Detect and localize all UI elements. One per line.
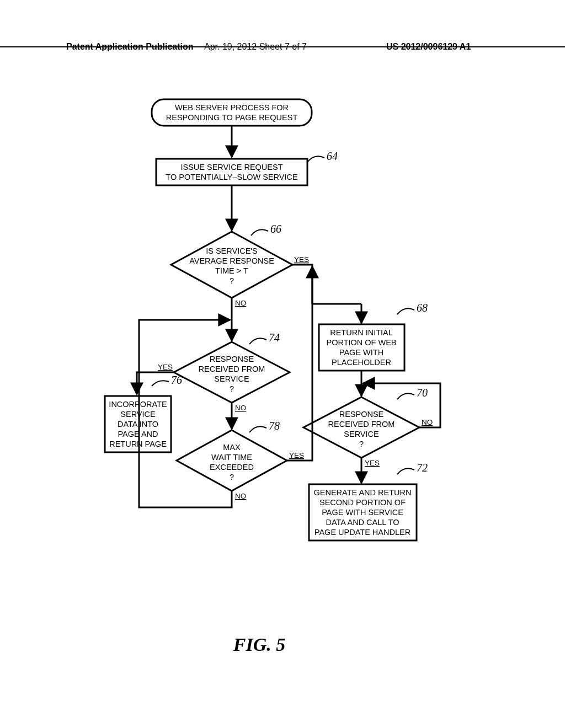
terminator-start: WEB SERVER PROCESS FOR RESPONDING TO PAG… (152, 99, 312, 126)
header-right: US 2012/0096129 A1 (386, 42, 471, 52)
d70-l2: RECEIVED FROM (328, 420, 395, 429)
d78-l4: ? (230, 473, 234, 481)
ref-leader-78 (249, 426, 266, 432)
ref-leader-70 (397, 393, 414, 399)
b76-l4: PAGE AND (118, 430, 158, 438)
diamond-66: IS SERVICE'S AVERAGE RESPONSE TIME > T ? (171, 232, 292, 298)
d70-l1: RESPONSE (339, 410, 384, 419)
ref-70: 70 (417, 387, 428, 399)
b68-l4: PLACEHOLDER (332, 358, 391, 367)
d78-l2: WAIT TIME (211, 453, 252, 462)
d74-l3: SERVICE (214, 374, 249, 383)
edge-66-yes (292, 265, 312, 304)
ref-74: 74 (269, 331, 280, 344)
b72-l1: GENERATE AND RETURN (314, 488, 412, 497)
box-72: GENERATE AND RETURN SECOND PORTION OF PA… (309, 484, 417, 540)
d66-line1: IS SERVICE'S (206, 247, 258, 255)
b72-l5: PAGE UPDATE HANDLER (315, 528, 411, 537)
box-64-line2: TO POTENTIALLY–SLOW SERVICE (166, 173, 298, 181)
flowchart-svg: WEB SERVER PROCESS FOR RESPONDING TO PAG… (0, 66, 565, 728)
b68-l1: RETURN INITIAL (330, 328, 393, 337)
d66-line2: AVERAGE RESPONSE (189, 256, 274, 265)
ref-66: 66 (270, 223, 281, 235)
ref-leader-72 (397, 468, 414, 474)
box-64: ISSUE SERVICE REQUEST TO POTENTIALLY–SLO… (156, 159, 307, 185)
label-78-yes: YES (289, 451, 304, 459)
ref-leader-64 (307, 156, 324, 162)
d74-l1: RESPONSE (210, 355, 254, 363)
terminator-line2: RESPONDING TO PAGE REQUEST (166, 113, 298, 122)
d74-l2: RECEIVED FROM (199, 365, 265, 373)
b76-l2: SERVICE (120, 410, 156, 419)
flowchart-stage: WEB SERVER PROCESS FOR RESPONDING TO PAG… (0, 66, 565, 728)
d74-l4: ? (230, 384, 234, 393)
d70-l3: SERVICE (344, 430, 379, 438)
terminator-line1: WEB SERVER PROCESS FOR (175, 103, 289, 112)
ref-leader-68 (397, 308, 414, 314)
b76-l3: DATA INTO (118, 420, 158, 429)
d78-l3: EXCEEDED (210, 463, 254, 472)
diamond-78: MAX WAIT TIME EXCEEDED ? (177, 430, 287, 491)
header-left: Patent Application Publication (66, 42, 194, 52)
d70-l4: ? (359, 440, 364, 448)
b72-l3: PAGE WITH SERVICE (322, 508, 403, 517)
box-64-line1: ISSUE SERVICE REQUEST (180, 163, 282, 172)
box-76: INCORPORATE SERVICE DATA INTO PAGE AND R… (105, 396, 171, 452)
edge-78-yes (287, 266, 312, 461)
b72-l2: SECOND PORTION OF (319, 498, 406, 507)
ref-76: 76 (171, 374, 182, 386)
label-78-no: NO (235, 492, 246, 500)
label-74-yes: YES (158, 363, 173, 371)
ref-64: 64 (327, 150, 338, 162)
b68-l2: PORTION OF WEB (326, 338, 396, 347)
b76-l5: RETURN PAGE (109, 440, 167, 448)
ref-72: 72 (417, 462, 428, 474)
ref-68: 68 (417, 302, 428, 314)
label-70-yes: YES (365, 459, 380, 467)
label-66-no: NO (235, 299, 246, 307)
header-mid: Apr. 19, 2012 Sheet 7 of 7 (204, 42, 307, 52)
d78-l1: MAX (223, 443, 241, 452)
d66-line4: ? (230, 276, 234, 285)
d66-line3: TIME > T (215, 266, 248, 275)
b68-l3: PAGE WITH (339, 348, 383, 357)
label-66-yes: YES (294, 255, 309, 264)
figure-label: FIG. 5 (233, 634, 285, 655)
b76-l1: INCORPORATE (109, 400, 167, 409)
ref-leader-76 (152, 381, 169, 386)
ref-leader-66 (251, 229, 268, 235)
ref-leader-74 (249, 338, 266, 344)
box-68: RETURN INITIAL PORTION OF WEB PAGE WITH … (319, 324, 404, 371)
b72-l4: DATA AND CALL TO (326, 518, 399, 527)
page-header: Patent Application Publication Apr. 19, … (0, 43, 565, 47)
diamond-70: RESPONSE RECEIVED FROM SERVICE ? (303, 397, 419, 458)
diamond-74: RESPONSE RECEIVED FROM SERVICE ? (174, 342, 290, 403)
label-70-no: NO (422, 418, 433, 426)
ref-78: 78 (269, 420, 280, 432)
label-74-no: NO (235, 404, 246, 412)
